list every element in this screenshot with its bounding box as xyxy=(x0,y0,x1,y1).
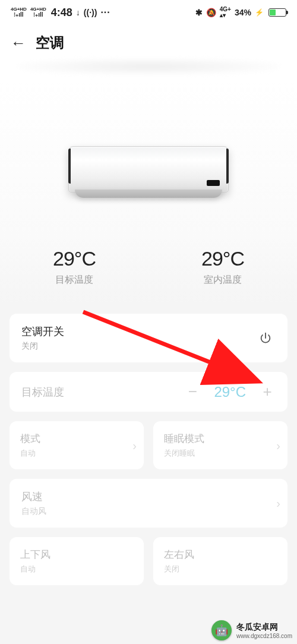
ac-illustration xyxy=(68,146,229,206)
fan-card-sub: 自动风 xyxy=(21,506,276,517)
sleep-card-sub: 关闭睡眠 xyxy=(164,448,277,459)
watermark-logo-icon: 🤖 xyxy=(211,620,232,640)
leftright-card-sub: 关闭 xyxy=(164,564,277,574)
chevron-right-icon: › xyxy=(276,438,280,452)
chevron-right-icon: › xyxy=(132,438,137,452)
target-temp-value: 29°C xyxy=(53,247,96,270)
signal-1: 4G+HD ⁝₊ıll xyxy=(11,7,27,18)
indoor-temp-label: 室内温度 xyxy=(201,274,244,286)
temp-plus-button[interactable]: + xyxy=(259,383,276,401)
mode-card[interactable]: 模式 自动 › xyxy=(10,421,144,469)
target-temp: 29°C 目标温度 xyxy=(53,247,96,286)
dnd-icon: 🔕 xyxy=(206,8,216,17)
battery-icon xyxy=(268,8,286,17)
sleep-card[interactable]: 睡眠模式 关闭睡眠 › xyxy=(153,421,287,469)
bluetooth-icon: ✱ xyxy=(195,8,203,17)
fan-card[interactable]: 风速 自动风 › xyxy=(10,479,287,528)
leftright-wind-card[interactable]: 左右风 关闭 xyxy=(153,537,287,585)
fan-card-title: 风速 xyxy=(21,490,276,504)
page-title: 空调 xyxy=(36,33,64,52)
status-left: 4G+HD ⁝₊ıll 4G+HD ⁝₊ıll 4:48 ↓ ((·)) ··· xyxy=(11,7,110,19)
header-blur xyxy=(0,58,297,81)
chevron-right-icon: › xyxy=(276,497,280,510)
target-temp-label: 目标温度 xyxy=(53,274,96,286)
status-time: 4:48 xyxy=(51,7,72,19)
power-card-status: 关闭 xyxy=(21,341,64,352)
sleep-card-title: 睡眠模式 xyxy=(164,432,277,446)
charging-icon: ⚡ xyxy=(255,8,264,17)
indoor-temp: 29°C 室内温度 xyxy=(201,247,244,286)
power-icon xyxy=(259,332,272,345)
watermark: 🤖 冬瓜安卓网 www.dgxcdz168.com xyxy=(207,617,297,644)
network-icon: 4G+ ▴▾ xyxy=(220,7,231,18)
target-temp-card-value: 29°C xyxy=(214,384,246,400)
leftright-card-title: 左右风 xyxy=(164,548,277,561)
target-temp-card[interactable]: 目标温度 − 29°C + xyxy=(10,372,287,412)
indoor-temp-value: 29°C xyxy=(201,247,244,270)
power-card[interactable]: 空调开关 关闭 xyxy=(10,314,287,362)
mode-card-sub: 自动 xyxy=(20,448,133,459)
temperature-readout: 29°C 目标温度 29°C 室内温度 xyxy=(0,247,297,286)
controls-list: 空调开关 关闭 目标温度 − 29°C + 模式 自动 › xyxy=(0,314,297,585)
power-button[interactable] xyxy=(255,328,276,348)
updown-wind-card[interactable]: 上下风 自动 xyxy=(10,537,144,585)
more-icon: ··· xyxy=(100,7,110,18)
hotspot-icon: ((·)) xyxy=(84,8,97,17)
updown-card-title: 上下风 xyxy=(20,548,133,561)
signal-2: 4G+HD ⁝₊ıll xyxy=(30,7,46,18)
updown-card-sub: 自动 xyxy=(20,564,133,574)
watermark-name: 冬瓜安卓网 xyxy=(236,622,292,633)
status-bar: 4G+HD ⁝₊ıll 4G+HD ⁝₊ıll 4:48 ↓ ((·)) ···… xyxy=(0,0,297,25)
device-hero: 29°C 目标温度 29°C 室内温度 xyxy=(0,81,297,304)
download-icon: ↓ xyxy=(76,8,80,17)
battery-percent: 34% xyxy=(235,8,251,17)
power-card-title: 空调开关 xyxy=(21,324,64,339)
target-temp-stepper: − 29°C + xyxy=(184,383,276,401)
status-right: ✱ 🔕 4G+ ▴▾ 34% ⚡ xyxy=(195,7,286,18)
back-button[interactable]: ← xyxy=(11,34,26,52)
app-header: ← 空调 xyxy=(0,25,297,58)
temp-minus-button[interactable]: − xyxy=(184,383,201,401)
watermark-url: www.dgxcdz168.com xyxy=(236,633,292,639)
target-temp-card-label: 目标温度 xyxy=(21,385,64,399)
mode-card-title: 模式 xyxy=(20,432,133,446)
